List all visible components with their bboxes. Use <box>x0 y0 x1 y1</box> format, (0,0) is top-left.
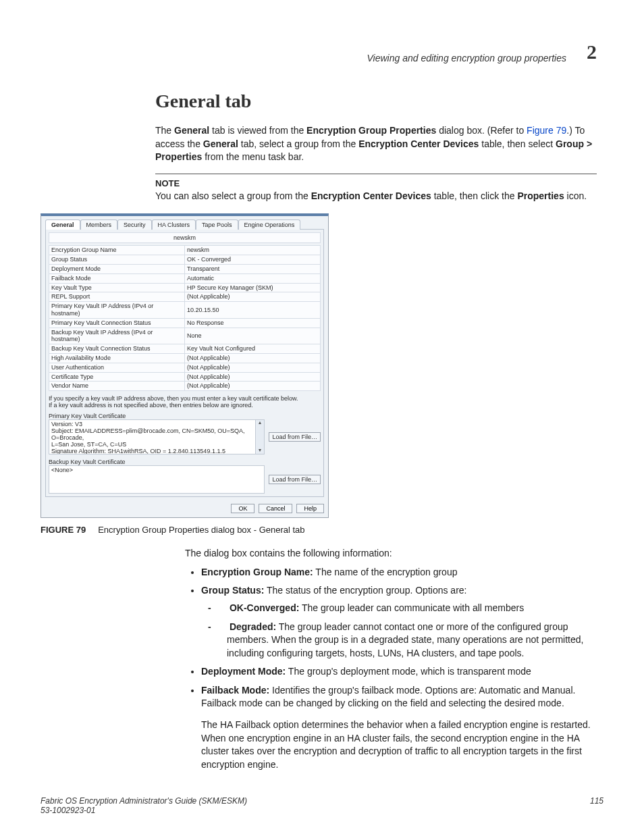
list-item: OK-Converged: The group leader can commu… <box>217 602 597 615</box>
table-row: Primary Key Vault IP Address (IPv4 or ho… <box>49 302 321 319</box>
chapter-number: 2 <box>587 41 597 63</box>
property-label: REPL Support <box>49 292 185 302</box>
load-from-file-button[interactable]: Load from File… <box>269 432 321 442</box>
list-item: Deployment Mode: The group's deployment … <box>201 665 597 679</box>
cert-line: Subject: EMAILADDRESS=plim@brocade.com, … <box>51 428 262 442</box>
table-row: Vendor Name(Not Applicable) <box>49 382 321 391</box>
property-value[interactable]: Transparent <box>185 264 321 273</box>
table-row: Primary Key Vault Connection StatusNo Re… <box>49 318 321 328</box>
figure-caption: FIGURE 79Encryption Group Properties dia… <box>41 525 603 535</box>
property-value[interactable]: Automatic <box>185 273 321 283</box>
table-row: Key Vault TypeHP Secure Key Manager (SKM… <box>49 283 321 292</box>
property-label: Backup Key Vault IP Address (IPv4 or hos… <box>49 328 185 344</box>
property-value[interactable]: Key Vault Not Configured <box>185 344 321 354</box>
property-label: Primary Key Vault IP Address (IPv4 or ho… <box>49 302 185 319</box>
property-label: User Authentication <box>49 363 185 372</box>
list-item: Group Status: The status of the encrypti… <box>201 584 597 660</box>
dialog-lead: The dialog box contains the following in… <box>185 547 597 561</box>
ok-button[interactable]: OK <box>231 504 254 513</box>
table-row: User Authentication(Not Applicable) <box>49 363 321 372</box>
running-head: Viewing and editing encryption group pro… <box>367 53 567 63</box>
table-row: Backup Key Vault Connection StatusKey Va… <box>49 344 321 354</box>
list-item: Encryption Group Name: The name of the e… <box>201 566 597 579</box>
dialog-title: newskm <box>49 232 321 243</box>
properties-table: Encryption Group NamenewskmGroup StatusO… <box>49 245 321 391</box>
property-label: Encryption Group Name <box>49 246 185 255</box>
tab-security[interactable]: Security <box>117 219 152 230</box>
tab-tape-pools[interactable]: Tape Pools <box>196 219 238 230</box>
list-item: Failback Mode: Identifies the group's fa… <box>201 684 597 772</box>
note-head: NOTE <box>155 178 597 188</box>
tab-general[interactable]: General <box>45 219 80 230</box>
property-label: Backup Key Vault Connection Status <box>49 344 185 354</box>
cert-instruction: If a key vault address is not specified … <box>49 402 321 409</box>
tab-ha-clusters[interactable]: HA Clusters <box>152 219 196 230</box>
property-label: Group Status <box>49 255 185 265</box>
property-value[interactable]: OK - Converged <box>185 255 321 265</box>
property-value[interactable]: (Not Applicable) <box>185 292 321 302</box>
section-title: General tab <box>155 90 597 112</box>
property-label: Primary Key Vault Connection Status <box>49 318 185 328</box>
property-value[interactable]: None <box>185 328 321 344</box>
table-row: Deployment ModeTransparent <box>49 264 321 273</box>
backup-cert-textarea[interactable]: <None> <box>49 465 265 494</box>
property-value[interactable]: 10.20.15.50 <box>185 302 321 319</box>
cert-line: Signature Algorithm: SHA1withRSA, OID = … <box>51 448 262 454</box>
property-label: High Availability Mode <box>49 353 185 363</box>
tab-members[interactable]: Members <box>80 219 118 230</box>
table-row: High Availability Mode(Not Applicable) <box>49 353 321 363</box>
load-from-file-button[interactable]: Load from File… <box>269 475 321 484</box>
list-item: Degraded: The group leader cannot contac… <box>217 621 597 660</box>
table-row: Certificate Type(Not Applicable) <box>49 372 321 382</box>
property-label: Vendor Name <box>49 382 185 391</box>
property-label: Deployment Mode <box>49 264 185 273</box>
scroll-down-icon[interactable]: ▾ <box>259 448 261 454</box>
table-row: Failback ModeAutomatic <box>49 273 321 283</box>
property-label: Key Vault Type <box>49 283 185 292</box>
backup-cert-label: Backup Key Vault Certificate <box>49 459 321 465</box>
property-value[interactable]: (Not Applicable) <box>185 382 321 391</box>
property-value[interactable]: HP Secure Key Manager (SKM) <box>185 283 321 292</box>
table-row: Encryption Group Namenewskm <box>49 246 321 255</box>
cancel-button[interactable]: Cancel <box>259 504 292 513</box>
cert-instruction: If you specify a key vault IP address ab… <box>49 395 321 402</box>
property-value[interactable]: newskm <box>185 246 321 255</box>
property-value[interactable]: No Response <box>185 318 321 328</box>
property-label: Certificate Type <box>49 372 185 382</box>
table-row: Backup Key Vault IP Address (IPv4 or hos… <box>49 328 321 344</box>
scrollbar[interactable]: ▴ ▾ <box>255 420 264 454</box>
page-number: 115 <box>590 796 603 815</box>
dialog-box: GeneralMembersSecurityHA ClustersTape Po… <box>41 213 329 518</box>
footer-left: Fabric OS Encryption Administrator's Gui… <box>41 796 247 815</box>
figure-link[interactable]: Figure 79 <box>527 125 566 136</box>
help-button[interactable]: Help <box>296 504 324 513</box>
intro-paragraph: The General tab is viewed from the Encry… <box>155 124 597 164</box>
failback-paragraph: The HA Failback option determines the be… <box>201 719 597 771</box>
table-row: REPL Support(Not Applicable) <box>49 292 321 302</box>
property-value[interactable]: (Not Applicable) <box>185 353 321 363</box>
primary-cert-textarea[interactable]: Version: V3Subject: EMAILADDRESS=plim@br… <box>49 419 265 454</box>
property-label: Failback Mode <box>49 273 185 283</box>
note-text: You can also select a group from the Enc… <box>155 190 597 203</box>
property-value[interactable]: (Not Applicable) <box>185 363 321 372</box>
property-value[interactable]: (Not Applicable) <box>185 372 321 382</box>
tab-engine-operations[interactable]: Engine Operations <box>238 219 301 230</box>
scroll-up-icon[interactable]: ▴ <box>259 420 261 426</box>
primary-cert-label: Primary Key Vault Certificate <box>49 413 321 419</box>
divider <box>155 174 597 174</box>
table-row: Group StatusOK - Converged <box>49 255 321 265</box>
